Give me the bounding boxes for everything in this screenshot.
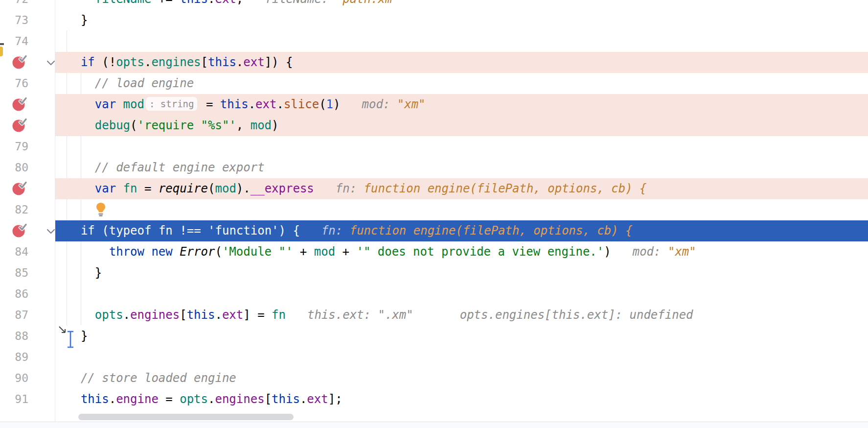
breakpoint-icon[interactable] (12, 223, 28, 238)
line-number[interactable]: 73 (0, 10, 28, 31)
arrow-pointer-icon (59, 327, 65, 333)
breakpoint-icon[interactable] (12, 97, 28, 112)
code-token: this (220, 97, 249, 111)
line-number[interactable]: 84 (0, 241, 28, 262)
breakpoint-icon[interactable] (12, 181, 28, 196)
code-token: ( (215, 245, 222, 259)
code-line-72[interactable]: 72 fileName += this.ext;fileName: "path.… (0, 0, 868, 10)
hint-label: this.ext: (307, 308, 378, 322)
code-token: } (95, 266, 102, 280)
line-number[interactable]: 74 (0, 31, 28, 52)
code-text: debug('require "%s"', mod) (67, 115, 279, 136)
code-token: ( (130, 119, 137, 132)
line-number[interactable]: 90 (0, 368, 28, 389)
code-line-86[interactable]: 86 (0, 284, 868, 305)
code-token: fn (123, 182, 137, 195)
code-line-73[interactable]: 73 } (0, 10, 868, 31)
code-token: var (95, 97, 116, 111)
code-token: opts (116, 55, 144, 69)
code-line-81[interactable]: var fn = require(mod).__expressfn: funct… (0, 178, 868, 199)
text-caret-icon (68, 332, 73, 347)
lightbulb-intention-icon[interactable] (95, 202, 107, 218)
code-token: [ (201, 55, 208, 69)
code-token: !== (173, 224, 208, 238)
line-number[interactable]: 91 (0, 389, 28, 410)
editor-debug-view: 72 fileName += this.ext;fileName: "path.… (0, 0, 868, 428)
code-line-90[interactable]: 90 // store loaded engine (0, 368, 868, 389)
code-token: . (208, 392, 215, 406)
code-token (144, 245, 151, 259)
code-line-89[interactable]: 89 (0, 347, 868, 368)
code-token: fileName (95, 0, 152, 6)
code-token: '" does not provide a view engine.' (357, 245, 604, 259)
fold-chevron-down-icon[interactable] (46, 228, 56, 235)
debugger-inline-value-hint: fn: function engine(filePath, options, c… (321, 224, 633, 238)
line-number[interactable]: 88 (0, 326, 28, 347)
code-text: // default engine export (67, 157, 265, 178)
code-line-74[interactable]: 74 (0, 31, 868, 52)
code-token: 'require "%s"' (137, 119, 236, 132)
code-line-79[interactable]: 79 (0, 136, 868, 157)
line-number[interactable]: 82 (0, 199, 28, 220)
code-token: 'function' (208, 224, 279, 238)
code-token: ]; (328, 392, 343, 406)
code-line-84[interactable]: 84 throw new Error('Module "' + mod + '"… (0, 241, 868, 262)
code-token: __express (251, 182, 314, 195)
code-line-80[interactable]: 80 // default engine export (0, 157, 868, 178)
line-number[interactable]: 80 (0, 157, 28, 178)
fold-chevron-down-icon[interactable] (46, 59, 56, 66)
breakpoint-icon[interactable] (12, 118, 28, 133)
hint-label: fn: (336, 182, 364, 195)
hint-value: ".xm" (378, 308, 413, 322)
code-token: . (276, 97, 283, 111)
code-line-87[interactable]: 87 opts.engines[this.ext] = fnthis.ext: … (0, 305, 868, 326)
code-text: // store loaded engine (67, 368, 236, 389)
hint-value: function engine(filePath, options, cb) { (350, 224, 633, 238)
code-line-78[interactable]: debug('require "%s"', mod) (0, 115, 868, 136)
line-number[interactable]: 79 (0, 136, 28, 157)
line-number[interactable]: 72 (0, 0, 28, 10)
code-token: fn (159, 224, 173, 238)
code-text: if (!opts.engines[this.ext]) { (67, 52, 293, 73)
code-text: var mod: string = this.ext.slice(1)mod: … (67, 94, 426, 115)
line-number[interactable]: 89 (0, 347, 28, 368)
line-number[interactable]: 87 (0, 305, 28, 326)
code-token: this (187, 308, 215, 322)
code-token: this (180, 0, 208, 6)
code-token: 'Module "' (222, 245, 293, 259)
line-number[interactable]: 76 (0, 73, 28, 94)
code-line-75[interactable]: if (!opts.engines[this.ext]) { (0, 52, 868, 73)
code-line-88[interactable]: 88 } (0, 326, 868, 347)
code-token: ( (95, 224, 109, 238)
debugger-inline-value-hint: opts.engines[this.ext]: undefined (460, 308, 693, 322)
code-line-83[interactable]: if (typeof fn !== 'function') {fn: funct… (0, 220, 868, 241)
code-line-85[interactable]: 85 } (0, 262, 868, 284)
code-text: fileName += this.ext;fileName: "path.xm" (67, 0, 399, 10)
code-token: [ (180, 308, 186, 322)
code-token (116, 97, 123, 111)
code-token: ext (222, 308, 243, 322)
code-token: } (81, 329, 88, 343)
horizontal-scrollbar-thumb[interactable] (78, 414, 294, 420)
code-token: [ (265, 392, 272, 406)
breakpoint-icon[interactable] (12, 55, 28, 70)
code-token: // store loaded engine (81, 371, 236, 385)
code-line-91[interactable]: 91 this.engine = opts.engines[this.ext]; (0, 389, 868, 410)
code-line-77[interactable]: var mod: string = this.ext.slice(1)mod: … (0, 94, 868, 115)
code-token: , (236, 119, 251, 132)
debugger-inline-value-hint: mod: "xm" (633, 245, 696, 259)
code-token: ( (208, 182, 215, 195)
line-number[interactable]: 85 (0, 262, 28, 284)
code-token: . (300, 392, 307, 406)
code-line-76[interactable]: 76 // load engine (0, 73, 868, 94)
code-line-82[interactable]: 82 (0, 199, 868, 220)
code-text: } (67, 10, 88, 31)
code-text: throw new Error('Module "' + mod + '" do… (67, 241, 696, 262)
code-token: // default engine export (95, 161, 265, 174)
code-token: ) (604, 245, 611, 259)
code-token: ; (236, 0, 243, 6)
line-number[interactable]: 86 (0, 284, 28, 305)
code-token: = (199, 97, 220, 111)
code-text: var fn = require(mod).__expressfn: funct… (67, 178, 647, 199)
clipped-icon-fragment (0, 47, 3, 56)
